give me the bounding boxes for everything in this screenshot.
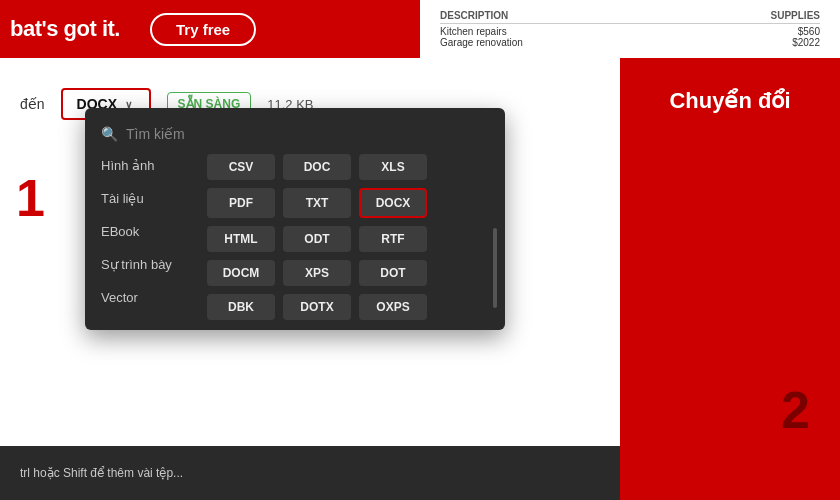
dark-strip-text: trl hoặc Shift để thêm vài tệp...: [20, 466, 183, 480]
format-dropdown-panel: 🔍 Hình ảnh Tài liệu EBook Sự trình bày V…: [85, 108, 505, 330]
formats-column: CSV DOC XLS PDF TXT DOCX HTML ODT RTF: [207, 154, 489, 320]
row1-amount: $560: [798, 26, 820, 37]
dark-strip: trl hoặc Shift để thêm vài tệp...: [0, 446, 620, 500]
den-label: đến: [20, 96, 45, 112]
category-ebook[interactable]: EBook: [101, 224, 191, 239]
category-column: Hình ảnh Tài liệu EBook Sự trình bày Vec…: [101, 154, 191, 320]
format-row-2: PDF TXT DOCX: [207, 188, 489, 218]
desc-header: DESCRIPTION: [440, 10, 508, 21]
format-btn-dot[interactable]: DOT: [359, 260, 427, 286]
format-row-5: DBK DOTX OXPS: [207, 294, 489, 320]
banner-table: DESCRIPTION SUPPLIES Kitchen repairs $56…: [440, 10, 820, 48]
format-btn-dbk[interactable]: DBK: [207, 294, 275, 320]
step-number-2: 2: [781, 380, 810, 440]
category-su-trinh-bay[interactable]: Sự trình bày: [101, 257, 191, 272]
format-btn-csv[interactable]: CSV: [207, 154, 275, 180]
banner-table-row-2: Garage renovation $2022: [440, 37, 820, 48]
format-row-3: HTML ODT RTF: [207, 226, 489, 252]
search-input[interactable]: [126, 126, 489, 142]
step-number-1: 1: [16, 168, 45, 228]
format-btn-doc[interactable]: DOC: [283, 154, 351, 180]
main-area: đến DOCX ∨ SẴN SÀNG 11.2 KB 1 🔍 Hình ảnh: [0, 58, 840, 500]
format-btn-xls[interactable]: XLS: [359, 154, 427, 180]
banner-right-section: DESCRIPTION SUPPLIES Kitchen repairs $56…: [420, 0, 840, 58]
category-vector[interactable]: Vector: [101, 290, 191, 305]
supplies-header: SUPPLIES: [771, 10, 820, 21]
format-row-1: CSV DOC XLS: [207, 154, 489, 180]
scrollbar[interactable]: [493, 228, 497, 308]
row2-desc: Garage renovation: [440, 37, 523, 48]
banner-table-header: DESCRIPTION SUPPLIES: [440, 10, 820, 24]
format-btn-pdf[interactable]: PDF: [207, 188, 275, 218]
format-btn-oxps[interactable]: OXPS: [359, 294, 427, 320]
row1-desc: Kitchen repairs: [440, 26, 507, 37]
format-row-4: DOCM XPS DOT: [207, 260, 489, 286]
row2-amount: $2022: [792, 37, 820, 48]
format-btn-dotx[interactable]: DOTX: [283, 294, 351, 320]
search-row: 🔍: [85, 122, 505, 154]
right-section: Chuyển đổi 2: [620, 58, 840, 500]
format-btn-html[interactable]: HTML: [207, 226, 275, 252]
format-btn-xps[interactable]: XPS: [283, 260, 351, 286]
dropdown-body: Hình ảnh Tài liệu EBook Sự trình bày Vec…: [85, 154, 505, 320]
format-btn-docx[interactable]: DOCX: [359, 188, 427, 218]
left-section: đến DOCX ∨ SẴN SÀNG 11.2 KB 1 🔍 Hình ảnh: [0, 58, 620, 500]
category-tai-lieu[interactable]: Tài liệu: [101, 191, 191, 206]
try-free-button[interactable]: Try free: [150, 13, 256, 46]
format-btn-txt[interactable]: TXT: [283, 188, 351, 218]
format-btn-odt[interactable]: ODT: [283, 226, 351, 252]
banner-red-section: bat's got it. Try free: [0, 0, 420, 58]
banner-table-row-1: Kitchen repairs $560: [440, 26, 820, 37]
format-btn-docm[interactable]: DOCM: [207, 260, 275, 286]
category-hinh-anh[interactable]: Hình ảnh: [101, 158, 191, 173]
top-banner: bat's got it. Try free DESCRIPTION SUPPL…: [0, 0, 840, 58]
chuyen-doi-button-label[interactable]: Chuyển đổi: [669, 88, 790, 114]
search-icon: 🔍: [101, 126, 118, 142]
banner-title: bat's got it.: [10, 16, 120, 42]
format-btn-rtf[interactable]: RTF: [359, 226, 427, 252]
